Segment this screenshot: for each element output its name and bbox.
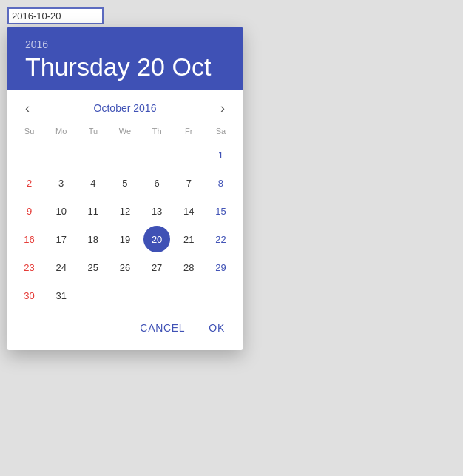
day-cell[interactable]: 10 [48,198,75,224]
weekday-label: Th [141,124,173,138]
day-cell[interactable]: 2 [16,170,43,196]
date-input[interactable] [7,7,104,24]
day-cell[interactable]: 18 [80,226,107,252]
day-cell[interactable]: 23 [16,254,43,281]
day-cell[interactable]: 1 [207,141,234,168]
weekday-label: Mo [45,124,77,138]
day-cell[interactable]: 6 [143,170,170,196]
empty-cell [112,282,138,309]
empty-cell [143,141,170,168]
day-cell[interactable]: 16 [16,226,43,252]
weekday-label: Sa [205,124,237,138]
picker-header: 2016 Thursday 20 Oct [7,27,243,90]
weekdays-row: SuMoTuWeThFrSa [13,121,237,141]
ok-button[interactable]: OK [203,318,231,338]
day-cell[interactable]: 12 [112,198,138,224]
days-grid: 1234567891011121314151617181920212223242… [13,141,237,309]
prev-month-button[interactable]: ‹ [19,98,36,118]
day-cell[interactable]: 27 [143,254,170,281]
day-cell[interactable]: 26 [112,254,138,281]
day-cell[interactable]: 3 [48,170,75,196]
picker-nav: ‹ October 2016 › [13,90,237,121]
picker-date: Thursday 20 Oct [25,53,225,81]
empty-cell [175,282,202,309]
day-cell[interactable]: 5 [112,170,138,196]
weekday-label: Fr [173,124,205,138]
day-cell[interactable]: 28 [175,254,202,281]
day-cell[interactable]: 17 [48,226,75,252]
empty-cell [207,282,234,309]
cancel-button[interactable]: CANCEL [134,318,191,338]
day-cell[interactable]: 22 [207,226,234,252]
day-cell[interactable]: 14 [175,198,202,224]
weekday-label: We [109,124,141,138]
day-cell[interactable]: 21 [175,226,202,252]
day-cell[interactable]: 24 [48,254,75,281]
day-cell[interactable]: 8 [207,170,234,196]
weekday-label: Su [13,124,45,138]
day-cell[interactable]: 15 [207,198,234,224]
day-cell[interactable]: 30 [16,282,43,309]
day-cell[interactable]: 20 [143,226,170,252]
picker-year: 2016 [25,38,225,50]
empty-cell [48,141,75,168]
next-month-button[interactable]: › [214,98,231,118]
picker-body: ‹ October 2016 › SuMoTuWeThFrSa 12345678… [7,90,243,309]
weekday-label: Tu [77,124,109,138]
day-cell[interactable]: 4 [80,170,107,196]
day-cell[interactable]: 11 [80,198,107,224]
day-cell[interactable]: 7 [175,170,202,196]
picker-actions: CANCEL OK [7,312,243,350]
date-picker: 2016 Thursday 20 Oct ‹ October 2016 › Su… [7,27,243,350]
empty-cell [16,141,43,168]
day-cell[interactable]: 13 [143,198,170,224]
day-cell[interactable]: 29 [207,254,234,281]
day-cell[interactable]: 25 [80,254,107,281]
empty-cell [143,282,170,309]
day-cell[interactable]: 19 [112,226,138,252]
empty-cell [175,141,202,168]
empty-cell [80,282,107,309]
empty-cell [80,141,107,168]
day-cell[interactable]: 9 [16,198,43,224]
empty-cell [112,141,138,168]
day-cell[interactable]: 31 [48,282,75,309]
month-year-label: October 2016 [94,102,157,114]
